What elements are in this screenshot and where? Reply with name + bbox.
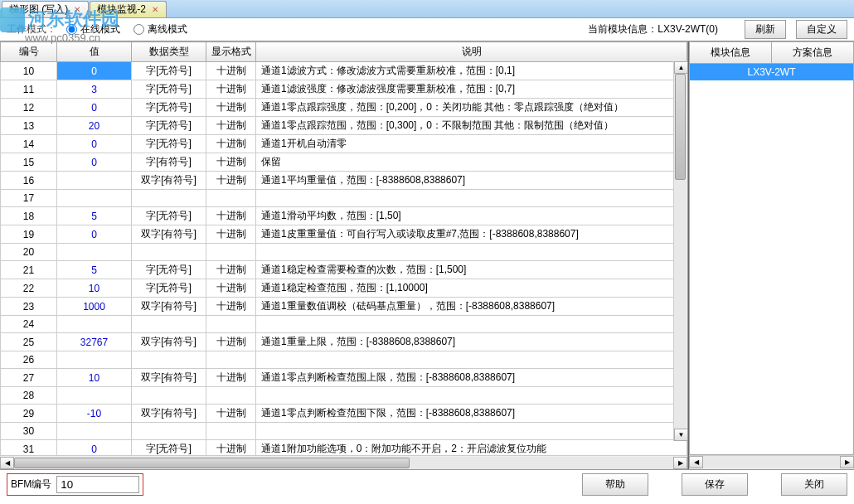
close-button[interactable]: 关闭 bbox=[781, 473, 847, 496]
col-header-type[interactable]: 数据类型 bbox=[132, 42, 206, 62]
cell-val[interactable]: 10 bbox=[57, 279, 132, 298]
cell-desc[interactable]: 通道1平均重量值，范围：[-8388608,8388607] bbox=[256, 172, 687, 190]
scroll-thumb[interactable] bbox=[14, 458, 410, 468]
cell-fmt[interactable]: 十进制 bbox=[206, 135, 256, 153]
scroll-thumb[interactable] bbox=[675, 74, 686, 180]
cell-desc[interactable]: 保留 bbox=[256, 153, 687, 172]
cell-fmt[interactable]: 十进制 bbox=[206, 405, 256, 423]
cell-type[interactable]: 字[无符号] bbox=[132, 261, 206, 279]
cell-num[interactable]: 25 bbox=[1, 333, 57, 351]
cell-type[interactable]: 双字[有符号] bbox=[132, 298, 206, 316]
cell-desc[interactable] bbox=[256, 244, 687, 261]
cell-desc[interactable]: 通道1零点跟踪范围，范围：[0,300]，0：不限制范围 其他：限制范围（绝对值… bbox=[256, 117, 687, 135]
tab-ladder[interactable]: 梯形图 (写入) ✕ bbox=[2, 1, 89, 17]
cell-desc[interactable]: 通道1滤波方式：修改滤波方式需要重新校准，范围：[0,1] bbox=[256, 62, 687, 80]
cell-num[interactable]: 15 bbox=[1, 153, 57, 172]
bfm-input[interactable] bbox=[56, 476, 139, 493]
cell-val[interactable]: 5 bbox=[57, 207, 132, 225]
col-header-val[interactable]: 值 bbox=[57, 42, 132, 62]
cell-type[interactable]: 双字[有符号] bbox=[132, 225, 206, 244]
cell-type[interactable]: 字[无符号] bbox=[132, 62, 206, 80]
cell-fmt[interactable]: 十进制 bbox=[206, 62, 256, 80]
cell-type[interactable]: 字[无符号] bbox=[132, 279, 206, 298]
table-row[interactable]: 24 bbox=[1, 316, 687, 333]
cell-desc[interactable] bbox=[256, 423, 687, 440]
table-row[interactable]: 215字[无符号]十进制通道1稳定检查需要检查的次数，范围：[1,500] bbox=[1, 261, 687, 279]
cell-fmt[interactable] bbox=[206, 190, 256, 207]
cell-num[interactable]: 19 bbox=[1, 225, 57, 244]
cell-type[interactable]: 双字[有符号] bbox=[132, 405, 206, 423]
cell-fmt[interactable] bbox=[206, 316, 256, 333]
cell-type[interactable] bbox=[132, 351, 206, 369]
cell-val[interactable]: 3 bbox=[57, 80, 132, 99]
cell-num[interactable]: 16 bbox=[1, 172, 57, 190]
cell-fmt[interactable]: 十进制 bbox=[206, 99, 256, 117]
cell-fmt[interactable]: 十进制 bbox=[206, 172, 256, 190]
cell-fmt[interactable]: 十进制 bbox=[206, 153, 256, 172]
cell-desc[interactable]: 通道1稳定检查需要检查的次数，范围：[1,500] bbox=[256, 261, 687, 279]
cell-num[interactable]: 24 bbox=[1, 316, 57, 333]
cell-num[interactable]: 31 bbox=[1, 440, 57, 456]
cell-num[interactable]: 29 bbox=[1, 405, 57, 423]
table-row[interactable]: 140字[无符号]十进制通道1开机自动清零 bbox=[1, 135, 687, 153]
horizontal-scrollbar[interactable]: ◀ ▶ bbox=[0, 455, 687, 469]
cell-desc[interactable]: 通道1零点跟踪强度，范围：[0,200]，0：关闭功能 其他：零点跟踪强度（绝对… bbox=[256, 99, 687, 117]
table-row[interactable]: 185字[无符号]十进制通道1滑动平均数，范围：[1,50] bbox=[1, 207, 687, 225]
col-header-num[interactable]: 编号 bbox=[1, 42, 57, 62]
radio-online[interactable]: 在线模式 bbox=[66, 22, 120, 36]
cell-type[interactable]: 字[无符号] bbox=[132, 80, 206, 99]
cell-val[interactable]: 0 bbox=[57, 99, 132, 117]
cell-desc[interactable]: 通道1开机自动清零 bbox=[256, 135, 687, 153]
cell-val[interactable]: 0 bbox=[57, 62, 132, 80]
cell-desc[interactable]: 通道1皮重重量值：可自行写入或读取皮重#7,范围：[-8388608,83886… bbox=[256, 225, 687, 244]
col-header-desc[interactable]: 说明 bbox=[256, 42, 687, 62]
cell-desc[interactable]: 通道1稳定检查范围，范围：[1,10000] bbox=[256, 279, 687, 298]
radio-online-input[interactable] bbox=[66, 24, 77, 35]
cell-type[interactable]: 字[无符号] bbox=[132, 135, 206, 153]
table-row[interactable]: 16双字[有符号]十进制通道1平均重量值，范围：[-8388608,838860… bbox=[1, 172, 687, 190]
cell-type[interactable]: 字[有符号] bbox=[132, 153, 206, 172]
col-header-fmt[interactable]: 显示格式 bbox=[206, 42, 256, 62]
table-row[interactable]: 1320字[无符号]十进制通道1零点跟踪范围，范围：[0,300]，0：不限制范… bbox=[1, 117, 687, 135]
cell-val[interactable]: 5 bbox=[57, 261, 132, 279]
cell-num[interactable]: 17 bbox=[1, 190, 57, 207]
cell-val[interactable]: 1000 bbox=[57, 298, 132, 316]
table-row[interactable]: 20 bbox=[1, 244, 687, 261]
side-tab-scheme-info[interactable]: 方案信息 bbox=[772, 41, 854, 64]
cell-num[interactable]: 21 bbox=[1, 261, 57, 279]
cell-fmt[interactable]: 十进制 bbox=[206, 298, 256, 316]
cell-val[interactable] bbox=[57, 190, 132, 207]
cell-type[interactable]: 双字[有符号] bbox=[132, 333, 206, 351]
table-row[interactable]: 231000双字[有符号]十进制通道1重量数值调校（砝码基点重量），范围：[-8… bbox=[1, 298, 687, 316]
cell-type[interactable]: 字[无符号] bbox=[132, 440, 206, 456]
radio-offline[interactable]: 离线模式 bbox=[133, 22, 187, 36]
cell-val[interactable] bbox=[57, 172, 132, 190]
table-row[interactable]: 120字[无符号]十进制通道1零点跟踪强度，范围：[0,200]，0：关闭功能 … bbox=[1, 99, 687, 117]
side-hscroll[interactable]: ◀ ▶ bbox=[689, 455, 854, 469]
cell-desc[interactable]: 通道1零点判断检查范围上限，范围：[-8388608,8388607] bbox=[256, 369, 687, 387]
cell-fmt[interactable]: 十进制 bbox=[206, 80, 256, 99]
cell-fmt[interactable] bbox=[206, 351, 256, 369]
table-row[interactable]: 2710双字[有符号]十进制通道1零点判断检查范围上限，范围：[-8388608… bbox=[1, 369, 687, 387]
cell-num[interactable]: 14 bbox=[1, 135, 57, 153]
cell-desc[interactable]: 通道1重量数值调校（砝码基点重量），范围：[-8388608,8388607] bbox=[256, 298, 687, 316]
cell-num[interactable]: 30 bbox=[1, 423, 57, 440]
cell-fmt[interactable]: 十进制 bbox=[206, 279, 256, 298]
cell-val[interactable]: 10 bbox=[57, 369, 132, 387]
cell-val[interactable] bbox=[57, 244, 132, 261]
cell-num[interactable]: 22 bbox=[1, 279, 57, 298]
scroll-left-icon[interactable]: ◀ bbox=[689, 456, 703, 468]
cell-desc[interactable]: 通道1滑动平均数，范围：[1,50] bbox=[256, 207, 687, 225]
side-tab-module-info[interactable]: 模块信息 bbox=[689, 41, 772, 64]
cell-desc[interactable] bbox=[256, 387, 687, 405]
cell-val[interactable] bbox=[57, 387, 132, 405]
table-row[interactable]: 2532767双字[有符号]十进制通道1重量上限，范围：[-8388608,83… bbox=[1, 333, 687, 351]
cell-num[interactable]: 18 bbox=[1, 207, 57, 225]
cell-num[interactable]: 23 bbox=[1, 298, 57, 316]
table-row[interactable]: 17 bbox=[1, 190, 687, 207]
radio-offline-input[interactable] bbox=[133, 24, 144, 35]
cell-num[interactable]: 27 bbox=[1, 369, 57, 387]
cell-num[interactable]: 26 bbox=[1, 351, 57, 369]
scroll-track[interactable] bbox=[14, 457, 673, 469]
cell-desc[interactable] bbox=[256, 190, 687, 207]
